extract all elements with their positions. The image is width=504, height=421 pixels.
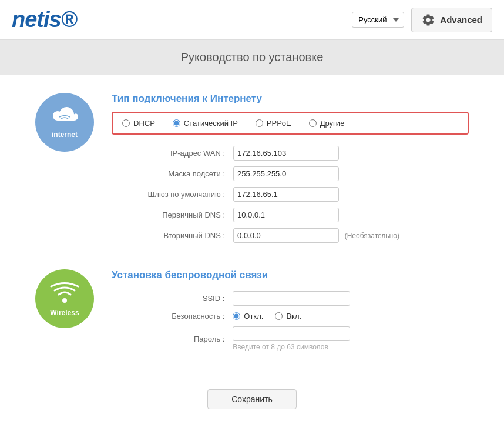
header-right: Русский English Advanced <box>352 8 492 32</box>
radio-dhcp-label: DHCP <box>133 119 155 128</box>
advanced-button[interactable]: Advanced <box>411 8 492 32</box>
table-row: SSID : <box>112 288 469 309</box>
radio-static-ip-label: Статический IP <box>184 119 238 128</box>
svg-point-0 <box>62 298 67 303</box>
wifi-icon <box>49 280 80 304</box>
internet-label: internet <box>52 131 78 139</box>
wireless-section-title: Установка беспроводной связи <box>112 269 469 281</box>
table-row: Первичный DNS : <box>112 205 469 225</box>
gateway-input[interactable] <box>233 187 339 202</box>
wireless-section-content: Установка беспроводной связи SSID : Безо… <box>112 269 469 354</box>
wan-ip-input[interactable] <box>233 146 339 161</box>
logo: netis® <box>12 7 77 32</box>
primary-dns-input[interactable] <box>233 208 339 222</box>
security-off-text: Откл. <box>244 312 263 320</box>
wan-ip-label: IP-адрес WAN : <box>112 143 230 163</box>
subnet-input[interactable] <box>233 166 339 181</box>
wireless-section: Wireless Установка беспроводной связи SS… <box>35 269 469 354</box>
ssid-label: SSID : <box>112 288 229 309</box>
radio-pppoe-label: PPPoE <box>267 119 291 128</box>
logo-text: netis <box>12 7 61 32</box>
radio-static-ip-input[interactable] <box>173 119 180 127</box>
radio-dhcp[interactable]: DHCP <box>122 119 155 128</box>
security-label: Безопасность : <box>112 309 229 323</box>
cloud-icon <box>49 106 80 127</box>
optional-label: (Необязательно) <box>341 232 399 240</box>
password-input[interactable] <box>233 326 350 341</box>
table-row: Безопасность : Откл. Вкл. <box>112 309 469 323</box>
subnet-label: Маска подсети : <box>112 163 230 184</box>
page-title: Руководство по установке <box>0 40 504 75</box>
ssid-input[interactable] <box>233 291 350 306</box>
save-button[interactable]: Сохранить <box>207 389 297 409</box>
internet-section: internet Тип подключения к Интернету DHC… <box>35 93 469 246</box>
primary-dns-label: Первичный DNS : <box>112 205 230 225</box>
advanced-label: Advanced <box>440 15 482 25</box>
password-label: Пароль : <box>112 323 229 354</box>
security-on-text: Вкл. <box>286 312 301 320</box>
radio-other-input[interactable] <box>309 119 317 127</box>
radio-pppoe-input[interactable] <box>256 119 263 127</box>
security-off-input[interactable] <box>233 312 240 320</box>
secondary-dns-input[interactable] <box>233 228 339 243</box>
main-content: internet Тип подключения к Интернету DHC… <box>0 75 504 421</box>
security-on-label[interactable]: Вкл. <box>275 312 301 320</box>
security-radio-group: Откл. Вкл. <box>233 312 465 320</box>
table-row: Шлюз по умолчанию : <box>112 184 469 205</box>
radio-other[interactable]: Другие <box>309 119 345 128</box>
connection-type-box: DHCP Статический IP PPPoE Другие <box>112 112 469 135</box>
internet-form-table: IP-адрес WAN : Маска подсети : Шлюз по у… <box>112 143 469 246</box>
password-hint: Введите от 8 до 63 символов <box>233 343 465 351</box>
language-select[interactable]: Русский English <box>352 12 404 28</box>
radio-dhcp-input[interactable] <box>122 119 130 127</box>
header: netis® Русский English Advanced <box>0 0 504 40</box>
table-row: Вторичный DNS : (Необязательно) <box>112 225 469 246</box>
internet-section-title: Тип подключения к Интернету <box>112 93 469 105</box>
wireless-label: Wireless <box>50 309 79 317</box>
wireless-form-table: SSID : Безопасность : Откл. <box>112 288 469 354</box>
internet-icon-circle: internet <box>35 93 94 152</box>
internet-section-content: Тип подключения к Интернету DHCP Статиче… <box>112 93 469 246</box>
table-row: IP-адрес WAN : <box>112 143 469 163</box>
radio-static-ip[interactable]: Статический IP <box>173 119 238 128</box>
gear-icon <box>421 13 435 27</box>
password-field-wrapper: Введите от 8 до 63 символов <box>233 326 465 351</box>
table-row: Маска подсети : <box>112 163 469 184</box>
radio-pppoe[interactable]: PPPoE <box>256 119 291 128</box>
security-off-label[interactable]: Откл. <box>233 312 263 320</box>
table-row: Пароль : Введите от 8 до 63 символов <box>112 323 469 354</box>
radio-other-label: Другие <box>320 119 345 128</box>
gateway-label: Шлюз по умолчанию : <box>112 184 230 205</box>
wireless-icon-circle: Wireless <box>35 269 94 328</box>
security-on-input[interactable] <box>275 312 283 320</box>
secondary-dns-label: Вторичный DNS : <box>112 225 230 246</box>
save-bar: Сохранить <box>35 377 469 415</box>
